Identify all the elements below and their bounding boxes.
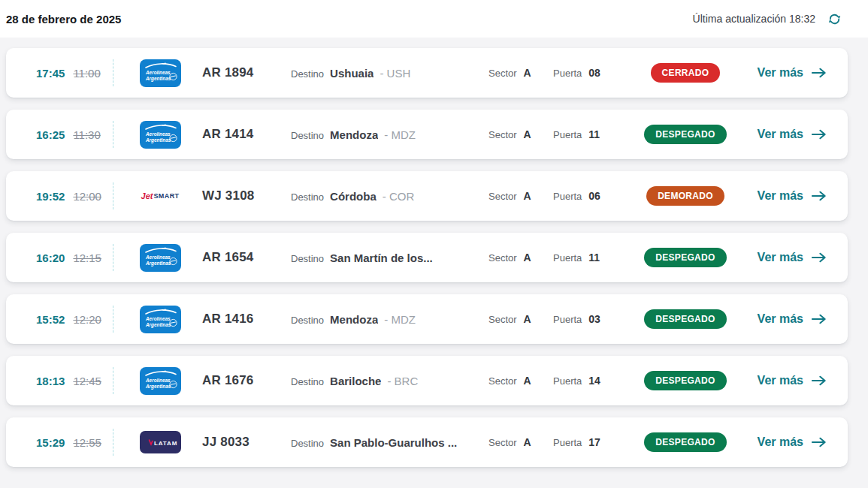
destination-name: Bariloche [330, 375, 381, 387]
destination-cell: Destino Bariloche - BRC [291, 375, 488, 387]
gate-value: 11 [588, 252, 600, 264]
estimated-time: 16:20 [36, 252, 65, 264]
ver-mas-link[interactable]: Ver más [746, 128, 827, 141]
ver-mas-link[interactable]: Ver más [746, 435, 827, 449]
gate-value: 03 [588, 313, 600, 325]
flight-row: 18:13 12:45 Aerolíneas Argentinas JetSMA… [6, 356, 848, 405]
ver-mas-label: Ver más [758, 251, 803, 264]
ar-logo-line2: Argentinas [145, 75, 171, 81]
scheduled-time-strikethrough: 11:00 [73, 67, 100, 80]
status-badge: DESPEGADO [644, 248, 726, 267]
scheduled-time-strikethrough: 12:20 [73, 313, 101, 326]
jetsmart-logo-jet: Jet [141, 191, 153, 200]
destination-code: - USH [380, 67, 410, 80]
time-cell: 18:13 12:45 [36, 375, 113, 387]
ver-mas-label: Ver más [758, 66, 803, 80]
arrow-right-icon [811, 67, 827, 79]
aerolineas-argentinas-logo: Aerolíneas Argentinas [140, 121, 181, 149]
status-badge-wrap: DESPEGADO [625, 309, 746, 329]
estimated-time: 19:52 [36, 190, 65, 203]
time-cell: 17:45 11:00 [36, 67, 113, 80]
arrow-right-icon [811, 313, 827, 325]
ver-mas-link[interactable]: Ver más [746, 189, 827, 203]
ver-mas-label: Ver más [758, 374, 803, 387]
flight-number: WJ 3108 [202, 188, 291, 203]
ver-mas-label: Ver más [758, 435, 803, 449]
puerta-label: Puerta [553, 437, 582, 448]
page-date: 28 de febrero de 2025 [6, 13, 121, 26]
sector-cell: Sector A [488, 128, 553, 140]
dashed-divider [113, 429, 113, 456]
jetsmart-logo-smart: SMART [153, 192, 179, 200]
destino-label: Destino [291, 68, 324, 80]
flight-number: JJ 8033 [202, 435, 291, 450]
status-badge: DEMORADO [646, 186, 724, 206]
dashed-divider [113, 306, 113, 333]
destino-label: Destino [291, 253, 324, 264]
gate-cell: Puerta 06 [553, 190, 625, 202]
sector-value: A [524, 436, 531, 448]
refresh-button[interactable] [826, 11, 843, 28]
airline-logo-cell: Aerolíneas Argentinas JetSMART LATAM [118, 244, 202, 272]
flight-number: AR 1654 [202, 250, 291, 265]
dashed-divider [113, 244, 113, 271]
sector-value: A [524, 190, 531, 202]
sector-cell: Sector A [488, 252, 553, 264]
destino-label: Destino [291, 376, 324, 387]
latam-logo-text: LATAM [154, 440, 177, 447]
aerolineas-argentinas-logo: Aerolíneas Argentinas [140, 244, 181, 272]
destination-code: - COR [383, 190, 415, 203]
aerolineas-argentinas-logo: Aerolíneas Argentinas [140, 367, 181, 395]
last-updated-label: Última actualización 18:32 [693, 13, 815, 25]
scheduled-time-strikethrough: 12:00 [73, 190, 101, 203]
ver-mas-label: Ver más [758, 128, 803, 141]
flight-row: 15:52 12:20 Aerolíneas Argentinas JetSMA… [6, 294, 848, 344]
arrow-right-icon [811, 436, 827, 448]
status-badge-wrap: DESPEGADO [625, 371, 746, 390]
gate-cell: Puerta 03 [553, 313, 625, 325]
status-badge-wrap: DEMORADO [625, 186, 746, 206]
sector-cell: Sector A [488, 436, 553, 448]
destination-name: Mendoza [330, 128, 378, 141]
ar-logo-line2: Argentinas [145, 137, 171, 143]
status-badge: CERRADO [651, 63, 721, 83]
destino-label: Destino [291, 438, 324, 449]
ver-mas-link[interactable]: Ver más [746, 374, 827, 387]
ar-logo-line2: Argentinas [145, 383, 171, 389]
time-cell: 19:52 12:00 [36, 190, 113, 203]
destination-cell: Destino San Martín de los... [291, 252, 488, 264]
ar-logo-line2: Argentinas [145, 260, 171, 266]
sector-label: Sector [488, 437, 517, 448]
header-bar: 28 de febrero de 2025 Última actualizaci… [0, 0, 868, 38]
destination-cell: Destino Ushuaia - USH [291, 67, 488, 80]
airline-logo-cell: Aerolíneas Argentinas JetSMART LATAM [118, 191, 202, 200]
ver-mas-label: Ver más [758, 312, 803, 326]
status-badge-wrap: DESPEGADO [625, 432, 746, 452]
puerta-label: Puerta [553, 375, 582, 387]
puerta-label: Puerta [553, 191, 582, 202]
destination-code: - MDZ [384, 313, 416, 326]
flight-row: 15:29 12:55 Aerolíneas Argentinas JetSMA… [6, 417, 848, 467]
ar-logo-line2: Argentinas [145, 321, 171, 327]
dashed-divider [113, 59, 113, 86]
gate-value: 14 [588, 375, 600, 387]
status-badge: DESPEGADO [644, 125, 726, 144]
ver-mas-link[interactable]: Ver más [746, 312, 827, 326]
destination-cell: Destino Mendoza - MDZ [291, 313, 488, 326]
time-cell: 15:29 12:55 [36, 436, 113, 449]
aerolineas-argentinas-logo: Aerolíneas Argentinas [140, 59, 181, 87]
ver-mas-link[interactable]: Ver más [746, 66, 827, 80]
sector-label: Sector [488, 191, 517, 202]
destination-cell: Destino Córdoba - COR [291, 190, 488, 203]
time-cell: 16:25 11:30 [36, 128, 113, 141]
sector-value: A [524, 375, 531, 387]
sector-cell: Sector A [488, 313, 553, 325]
destination-name: San Martín de los... [330, 252, 433, 264]
gate-cell: Puerta 17 [553, 436, 625, 448]
scheduled-time-strikethrough: 11:30 [73, 128, 100, 141]
flights-list: 17:45 11:00 Aerolíneas Argentinas JetSMA… [6, 48, 848, 467]
flight-number: AR 1676 [202, 373, 291, 388]
status-badge: DESPEGADO [644, 432, 726, 452]
ver-mas-link[interactable]: Ver más [746, 251, 827, 264]
destination-code: - MDZ [384, 128, 416, 141]
